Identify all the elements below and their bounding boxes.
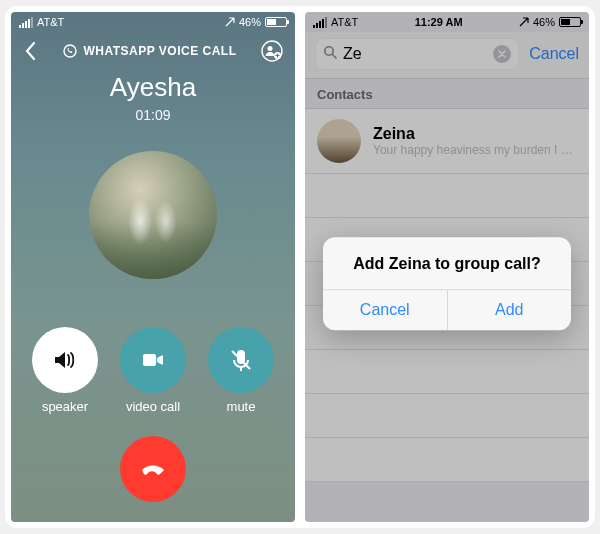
dialog-title: Add Zeina to group call? [323,237,571,289]
mute-label: mute [227,399,256,414]
speaker-button[interactable] [32,327,98,393]
back-button[interactable] [23,41,39,61]
add-participant-button[interactable] [261,40,283,62]
call-timer: 01:09 [135,107,170,123]
whatsapp-icon [63,44,77,58]
svg-point-0 [64,45,76,57]
dialog-add-button[interactable]: Add [447,290,572,330]
video-call-button[interactable] [120,327,186,393]
svg-rect-4 [143,354,156,366]
voice-call-screen: AT&T 46% WHATSAPP V [11,12,295,522]
speaker-label: speaker [42,399,88,414]
avatar [89,151,217,279]
end-call-button[interactable] [120,436,186,502]
status-bar: AT&T 46% [11,12,295,32]
battery-icon [265,17,287,27]
call-title: WHATSAPP VOICE CALL [83,44,236,58]
nav-arrow-icon [225,17,235,27]
confirm-dialog: Add Zeina to group call? Cancel Add [323,237,571,330]
carrier-label: AT&T [37,16,64,28]
add-participant-screen: AT&T 11:29 AM 46% Ze [305,12,589,522]
dialog-cancel-button[interactable]: Cancel [323,290,447,330]
signal-icon [19,17,33,28]
battery-pct: 46% [239,16,261,28]
video-label: video call [126,399,180,414]
contact-name: Ayesha [110,72,196,103]
mute-button[interactable] [208,327,274,393]
svg-point-2 [268,46,273,51]
